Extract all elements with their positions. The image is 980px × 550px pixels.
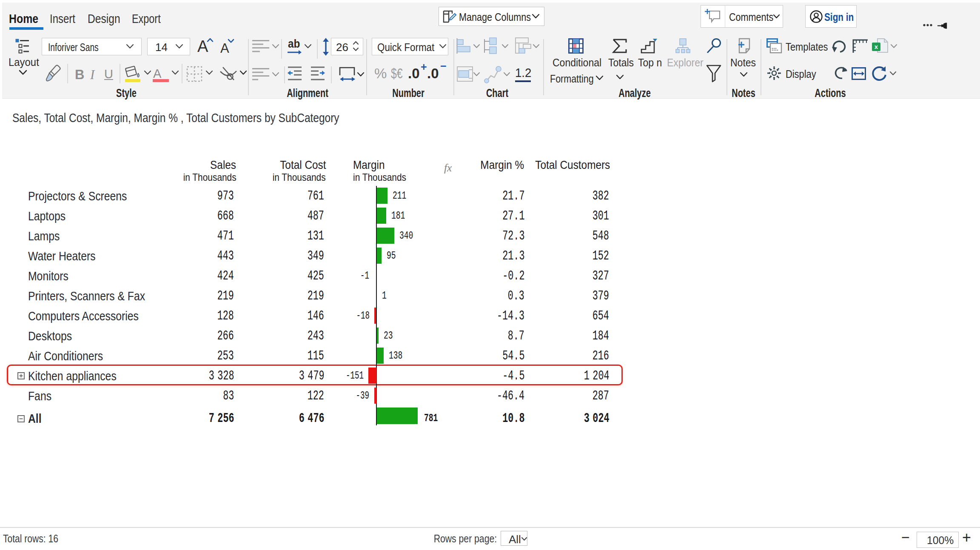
svg-text:x: x xyxy=(875,43,878,50)
